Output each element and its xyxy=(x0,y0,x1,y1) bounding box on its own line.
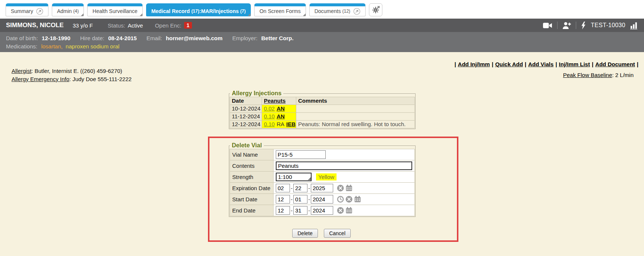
form-buttons-row: Delete Cancel xyxy=(229,229,414,238)
peak-flow-baseline: Peak Flow Baseline: 2 L/min xyxy=(563,72,634,78)
expiration-month-input[interactable] xyxy=(276,184,290,192)
link-separator: | xyxy=(492,61,493,67)
allergy-contact-info: Allergist: Butler, Internist E. ((260) 4… xyxy=(12,67,132,83)
delete-vial-title: Delete Vial xyxy=(230,142,264,149)
medication-link-naproxen[interactable]: naproxen sodium oral xyxy=(66,43,119,49)
bar-chart-icon[interactable] xyxy=(630,22,638,29)
end-month-input[interactable] xyxy=(276,206,290,215)
demographics-bar: Date of birth: 12-18-1990 Hire date: 08-… xyxy=(0,32,644,52)
add-vials-link[interactable]: Add Vials xyxy=(528,61,553,67)
external-link-icon[interactable] xyxy=(36,8,43,15)
tab-documents-count: (12) xyxy=(342,9,350,14)
tab-on-screen-forms[interactable]: On Screen Forms xyxy=(254,3,306,16)
hire-date-value: 08-24-2015 xyxy=(108,35,137,41)
peanuts-column-link[interactable]: Peanuts xyxy=(264,97,285,104)
end-date-row: End Date -- xyxy=(230,205,415,216)
end-year-input[interactable] xyxy=(311,206,333,215)
contents-input[interactable] xyxy=(276,161,412,170)
dose-link[interactable]: 0.10 xyxy=(264,113,275,119)
strength-row: Strength Yellow xyxy=(230,172,415,183)
tab-health-surveillance[interactable]: Health Surveillance xyxy=(87,3,143,16)
tab-summary[interactable]: Summary xyxy=(6,3,48,16)
tab-documents[interactable]: Documents (12) xyxy=(309,3,366,16)
dose-link[interactable]: 0.10 xyxy=(264,121,275,127)
strength-color-flag: Yellow xyxy=(316,173,337,180)
add-document-link[interactable]: Add Document xyxy=(595,61,635,67)
date-separator: - xyxy=(291,196,293,202)
start-day-input[interactable] xyxy=(293,195,307,204)
email-label: Email: xyxy=(146,35,162,41)
start-year-input[interactable] xyxy=(311,195,333,204)
hire-date-label: Hire date: xyxy=(80,35,104,41)
employer-label: Employer: xyxy=(232,35,258,41)
end-day-input[interactable] xyxy=(293,206,307,215)
delete-button[interactable]: Delete xyxy=(292,229,318,238)
start-month-input[interactable] xyxy=(276,195,290,204)
dob-label: Date of birth: xyxy=(6,35,38,41)
add-person-icon[interactable] xyxy=(562,22,571,29)
tab-admin-count: (4) xyxy=(73,9,79,14)
quick-add-link[interactable]: Quick Add xyxy=(495,61,523,67)
calendar-icon[interactable] xyxy=(345,185,353,192)
injection-dose-cell: 0.10AN xyxy=(262,113,296,121)
delete-vial-fieldset: Delete Vial Vial Name Contents Strength … xyxy=(229,142,416,217)
col-peanuts: Peanuts xyxy=(262,97,296,105)
start-date-label: Start Date xyxy=(230,194,274,205)
dose-link[interactable]: 0.02 xyxy=(264,105,275,112)
vial-name-row: Vial Name xyxy=(230,149,415,160)
tab-medrec-count: (17) xyxy=(191,9,199,14)
allergist-line: Allergist: Butler, Internist E. ((260) 4… xyxy=(12,67,132,75)
clear-date-icon[interactable] xyxy=(337,207,344,214)
reaction-code-link[interactable]: AN xyxy=(277,113,285,119)
demographics-line-2: Medications: losartan, naproxen sodium o… xyxy=(6,42,638,51)
reaction-code-link[interactable]: IEB xyxy=(286,121,296,127)
add-inj-imm-link[interactable]: Add Inj/Imm xyxy=(458,61,490,67)
tab-bar: Summary Admin (4) Health Surveillance Me… xyxy=(0,0,644,19)
allergy-emergency-link[interactable]: Allergy Emergency Info xyxy=(12,76,69,82)
peak-flow-link[interactable]: Peak Flow Baseline xyxy=(563,72,612,78)
settings-gear-button[interactable] xyxy=(369,3,382,16)
expiration-year-input[interactable] xyxy=(311,184,333,192)
tab-medrec-subcount: (7) xyxy=(240,9,246,14)
calendar-icon[interactable] xyxy=(345,207,353,214)
tab-forms-label: On Screen Forms xyxy=(259,8,300,14)
allergist-link[interactable]: Allergist xyxy=(12,68,31,74)
open-encounter-badge[interactable]: 1 xyxy=(184,22,192,29)
link-separator: | xyxy=(637,61,638,67)
status-value: Active xyxy=(128,22,143,29)
inj-imm-list-link[interactable]: Inj/Imm List xyxy=(559,61,590,67)
reaction-code-plain: RA xyxy=(277,121,284,127)
action-links-row: |Add Inj/Imm|Quick Add|Add Vials|Inj/Imm… xyxy=(452,61,640,67)
tab-admin[interactable]: Admin (4) xyxy=(52,3,84,16)
allergy-injections-table: Date Peanuts Comments 10-12-2024 0.02AN … xyxy=(230,97,415,128)
clock-icon[interactable] xyxy=(337,196,344,203)
calendar-icon[interactable] xyxy=(354,196,361,203)
tab-health-label: Health Surveillance xyxy=(92,8,138,14)
clear-date-icon[interactable] xyxy=(345,196,353,203)
expiration-day-input[interactable] xyxy=(293,184,307,192)
injection-date: 10-12-2024 xyxy=(230,105,262,113)
dob-value: 12-18-1990 xyxy=(42,35,70,41)
patient-name: SIMMONS, NICOLE xyxy=(6,22,64,29)
tab-medrec-label: Medical Record xyxy=(151,8,190,14)
tab-medical-record[interactable]: Medical Record (17) :MAR/Injections (7) xyxy=(146,3,251,16)
external-link-icon[interactable] xyxy=(353,8,360,15)
expiration-date-row: Expiration Date -- xyxy=(230,183,415,194)
table-row: 10-12-2024 0.02AN xyxy=(230,105,415,113)
reaction-code-link[interactable]: AN xyxy=(277,105,285,112)
medication-link-losartan[interactable]: losartan xyxy=(41,43,61,49)
divider xyxy=(557,22,558,29)
vial-name-input[interactable] xyxy=(276,150,326,159)
cancel-button[interactable]: Cancel xyxy=(324,229,351,238)
main-content: |Add Inj/Imm|Quick Add|Add Vials|Inj/Imm… xyxy=(0,52,644,256)
strength-label: Strength xyxy=(230,172,274,183)
lightning-bolt-icon[interactable] xyxy=(581,22,586,29)
table-header-row: Date Peanuts Comments xyxy=(230,97,415,105)
clear-date-icon[interactable] xyxy=(337,185,344,192)
video-camera-icon[interactable] xyxy=(543,22,552,29)
end-date-label: End Date xyxy=(230,205,274,216)
email-value: horner@mieweb.com xyxy=(166,35,222,41)
patient-age-sex: 33 y/o F xyxy=(73,22,93,29)
strength-input[interactable] xyxy=(276,173,312,181)
allergy-emergency-line: Allergy Emergency Info: Judy Doe 555-111… xyxy=(12,75,132,83)
